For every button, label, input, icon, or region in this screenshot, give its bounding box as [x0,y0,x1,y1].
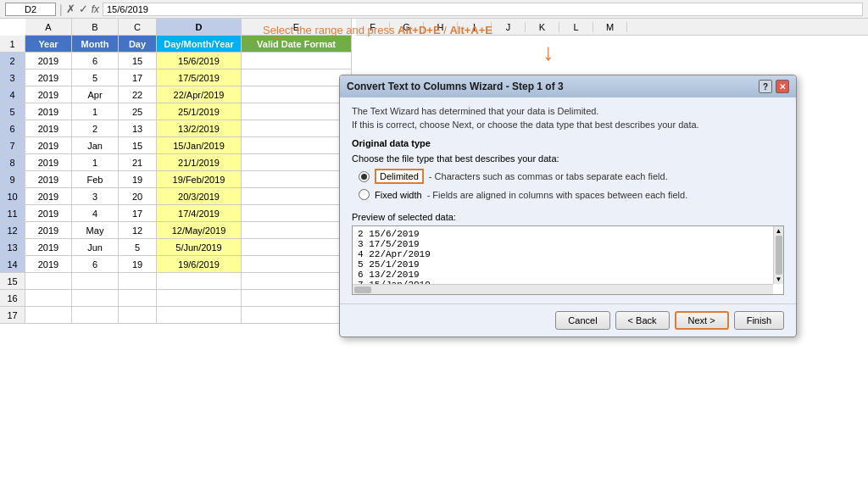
cell-year[interactable]: 2019 [25,137,72,154]
cell-day[interactable]: 20 [119,188,157,205]
empty-cell[interactable] [119,273,157,290]
empty-cell[interactable] [25,273,72,290]
formula-input[interactable] [103,3,863,16]
cell-empty[interactable] [242,137,352,154]
cell-empty[interactable] [242,222,352,239]
scrollbar-up-icon[interactable]: ▲ [776,227,782,235]
cancel-button[interactable]: Cancel [555,311,609,330]
cell-dmv[interactable]: 12/May/2019 [157,222,242,239]
cell-day[interactable]: 17 [119,70,157,86]
cell-year[interactable]: 2019 [25,205,72,222]
cell-month[interactable]: 6 [72,53,119,70]
cell-day[interactable]: 21 [119,154,157,171]
cell-dmv[interactable]: 22/Apr/2019 [157,86,242,103]
cancel-formula-icon[interactable]: ✗ [66,3,75,15]
cell-day[interactable]: 19 [119,256,157,273]
cell-dmv[interactable]: 19/Feb/2019 [157,171,242,188]
cell-day[interactable]: 12 [119,222,157,239]
cell-empty[interactable] [242,239,352,256]
fx-icon[interactable]: fx [92,3,99,15]
header-month[interactable]: Month [72,36,119,53]
cell-month[interactable]: Jan [72,137,119,154]
cell-dmv[interactable]: 17/5/2019 [157,70,242,86]
hscrollbar-thumb[interactable] [354,287,371,293]
empty-cell[interactable] [119,290,157,307]
cell-empty[interactable] [242,171,352,188]
empty-cell[interactable] [25,290,72,307]
cell-reference[interactable] [5,3,56,16]
empty-cell[interactable] [242,290,352,307]
cell-month[interactable]: 6 [72,256,119,273]
header-valid[interactable]: Valid Date Format [242,36,352,53]
empty-cell[interactable] [157,307,242,324]
cell-year[interactable]: 2019 [25,188,72,205]
empty-cell[interactable] [157,290,242,307]
cell-day[interactable]: 15 [119,137,157,154]
preview-vscrollbar[interactable]: ▲ ▼ [773,226,783,284]
cell-month[interactable]: 4 [72,205,119,222]
empty-cell[interactable] [157,273,242,290]
cell-year[interactable]: 2019 [25,222,72,239]
cell-empty[interactable] [242,70,352,86]
cell-empty[interactable] [242,154,352,171]
cell-empty[interactable] [242,86,352,103]
cell-month[interactable]: 1 [72,103,119,120]
cell-empty[interactable] [242,120,352,137]
cell-year[interactable]: 2019 [25,103,72,120]
cell-year[interactable]: 2019 [25,256,72,273]
cell-dmv[interactable]: 17/4/2019 [157,205,242,222]
cell-day[interactable]: 15 [119,53,157,70]
radio-fixed-item[interactable]: Fixed width - Fields are aligned in colu… [359,189,784,200]
scrollbar-thumb[interactable] [776,236,782,275]
cell-day[interactable]: 13 [119,120,157,137]
empty-cell[interactable] [119,307,157,324]
cell-day[interactable]: 22 [119,86,157,103]
cell-month[interactable]: 1 [72,154,119,171]
header-day[interactable]: Day [119,36,157,53]
cell-year[interactable]: 2019 [25,239,72,256]
cell-month[interactable]: Feb [72,171,119,188]
cell-month[interactable]: Apr [72,86,119,103]
cell-dmv[interactable]: 19/6/2019 [157,256,242,273]
cell-day[interactable]: 17 [119,205,157,222]
confirm-formula-icon[interactable]: ✓ [79,3,88,15]
cell-day[interactable]: 5 [119,239,157,256]
empty-cell[interactable] [72,290,119,307]
cell-dmv[interactable]: 13/2/2019 [157,120,242,137]
preview-hscrollbar[interactable] [353,284,773,294]
cell-month[interactable]: 3 [72,188,119,205]
cell-month[interactable]: 5 [72,70,119,86]
header-dmv[interactable]: Day/Month/Year [157,36,242,53]
empty-cell[interactable] [25,307,72,324]
cell-month[interactable]: Jun [72,239,119,256]
radio-delimited-item[interactable]: Delimited - Characters such as commas or… [359,169,784,184]
radio-fixed-btn[interactable] [359,189,370,200]
header-year[interactable]: Year [25,36,72,53]
cell-empty[interactable] [242,256,352,273]
cell-month[interactable]: May [72,222,119,239]
cell-dmv[interactable]: 15/6/2019 [157,53,242,70]
empty-cell[interactable] [72,273,119,290]
cell-month[interactable]: 2 [72,120,119,137]
next-button[interactable]: Next > [675,311,729,330]
empty-cell[interactable] [72,307,119,324]
cell-empty[interactable] [242,188,352,205]
cell-dmv[interactable]: 21/1/2019 [157,154,242,171]
cell-dmv[interactable]: 5/Jun/2019 [157,239,242,256]
cell-dmv[interactable]: 15/Jan/2019 [157,137,242,154]
cell-year[interactable]: 2019 [25,171,72,188]
scrollbar-down-icon[interactable]: ▼ [776,275,782,283]
cell-day[interactable]: 19 [119,171,157,188]
cell-year[interactable]: 2019 [25,154,72,171]
cell-year[interactable]: 2019 [25,53,72,70]
cell-dmv[interactable]: 25/1/2019 [157,103,242,120]
cell-year[interactable]: 2019 [25,70,72,86]
empty-cell[interactable] [242,273,352,290]
cell-year[interactable]: 2019 [25,120,72,137]
empty-cell[interactable] [242,307,352,324]
cell-empty[interactable] [242,53,352,70]
cell-empty[interactable] [242,103,352,120]
finish-button[interactable]: Finish [734,311,784,330]
cell-dmv[interactable]: 20/3/2019 [157,188,242,205]
dialog-close-button[interactable]: ✕ [776,80,789,93]
